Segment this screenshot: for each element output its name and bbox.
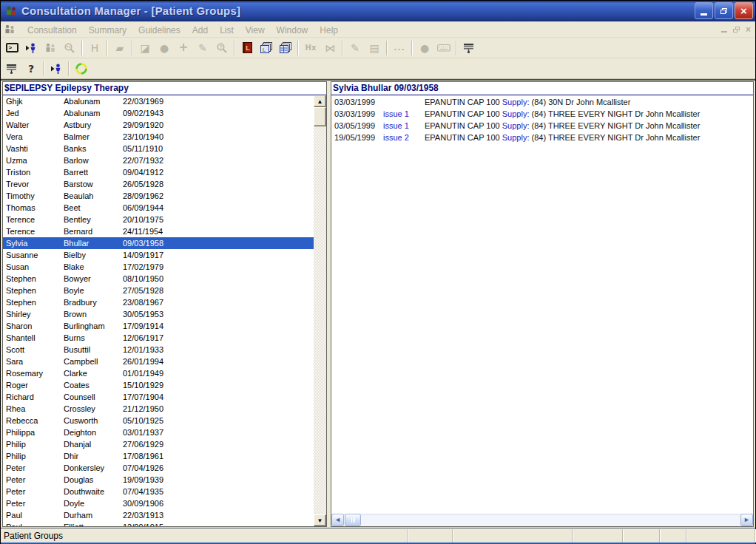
window-stack-l-icon[interactable]: L [257, 39, 276, 57]
titlebar[interactable]: Consultation Manager - [Patient Groups] … [1, 1, 755, 21]
patient-dob: 06/09/1944 [123, 203, 314, 212]
patient-row[interactable]: PhilipDhir17/08/1961 [3, 450, 314, 462]
patient-row[interactable]: PeterDonkersley07/04/1926 [3, 462, 314, 474]
patient-row[interactable]: UzmaBarlow22/07/1932 [3, 154, 314, 166]
patient-row[interactable]: WalterAstbury29/09/1920 [3, 119, 314, 131]
patient-row[interactable]: StephenBoyle27/05/1928 [3, 285, 314, 296]
patient-dob: 08/10/1950 [123, 274, 314, 283]
patient-row[interactable]: TimothyBeaulah28/09/1962 [3, 190, 314, 202]
patient-dob: 09/02/1943 [123, 109, 314, 118]
patient-row[interactable]: ShirleyBrown30/05/1953 [3, 308, 314, 320]
select-patient-icon[interactable] [47, 60, 66, 78]
patient-surname: Brown [64, 310, 123, 319]
patient-row[interactable]: RebeccaCusworth05/10/1925 [3, 415, 314, 426]
patient-row[interactable]: TerenceBentley20/10/1975 [3, 214, 314, 225]
patient-dob: 26/05/1928 [123, 180, 314, 188]
hscrollbar-thumb[interactable] [345, 514, 361, 526]
patient-row[interactable]: VeraBalmer23/10/1940 [3, 131, 314, 143]
menu-add[interactable]: Add [186, 24, 214, 37]
patient-surname: Doyle [64, 499, 123, 508]
patient-row[interactable]: PhilipDhanjal27/06/1929 [3, 438, 314, 450]
console-window-icon[interactable]: > [2, 39, 21, 57]
window-stack-grid-icon[interactable] [276, 39, 295, 57]
menu-help[interactable]: Help [314, 24, 344, 37]
patient-group-icon [41, 39, 60, 57]
menu-consultation[interactable]: Consultation [21, 24, 83, 37]
select-patient-icon [50, 63, 62, 75]
patient-row[interactable]: TerenceBernard24/11/1954 [3, 225, 314, 237]
scroll-up-icon[interactable]: ▲ [314, 95, 326, 107]
patient-row[interactable]: SusanneBielby14/09/1917 [3, 249, 314, 261]
patient-dob: 07/04/1935 [123, 487, 314, 496]
patient-surname: Bradbury [64, 298, 123, 307]
patient-row[interactable]: SusanBlake17/02/1979 [3, 261, 314, 273]
patient-row[interactable]: PeterDoyle30/09/1906 [3, 497, 314, 509]
patient-row[interactable]: GhjkAbalunam22/03/1969 [3, 95, 314, 107]
select-patient-icon[interactable] [21, 39, 41, 57]
refresh-ring-icon[interactable] [72, 60, 91, 78]
horizontal-scrollbar[interactable]: ◄ ► [331, 514, 753, 526]
help-question-icon[interactable]: ? [21, 60, 41, 78]
patient-row[interactable]: VashtiBanks05/11/1910 [3, 143, 314, 154]
red-book-icon[interactable]: L [237, 39, 257, 57]
menu-summary[interactable]: Summary [83, 24, 132, 37]
add-entry-icon: + [179, 42, 189, 53]
patient-row[interactable]: SharonBurlingham17/09/1914 [3, 320, 314, 332]
patient-first-name: Peter [3, 487, 64, 496]
history-hx-icon: Hx [306, 44, 317, 52]
patient-row[interactable]: PaulDurham22/03/1913 [3, 509, 314, 521]
patient-row[interactable]: PhilippaDeighton03/01/1937 [3, 426, 314, 438]
table-filter-icon[interactable] [459, 39, 479, 57]
patient-row[interactable]: ShantellBurns12/06/1917 [3, 332, 314, 344]
menu-list[interactable]: List [214, 24, 240, 37]
patient-row[interactable]: SaraCampbell26/01/1994 [3, 356, 314, 367]
search-query-icon: ? [212, 39, 232, 57]
patient-row[interactable]: SylviaBhullar09/03/1958 [3, 237, 314, 249]
menu-bar: ConsultationSummaryGuidelinesAddListView… [1, 21, 755, 38]
scroll-down-icon[interactable]: ▼ [314, 514, 326, 526]
patient-row[interactable]: TrevorBarstow26/05/1928 [3, 178, 314, 190]
status-panel [660, 529, 686, 543]
patient-row[interactable]: RosemaryClarke01/01/1949 [3, 367, 314, 379]
patient-row[interactable]: RheaCrossley21/12/1950 [3, 403, 314, 415]
medication-row[interactable]: 03/03/1999EPANUTIN CAP 100 Supply: (84) … [331, 96, 753, 108]
status-text: Patient Groups [1, 529, 408, 543]
patient-first-name: Stephen [3, 286, 64, 295]
menu-view[interactable]: View [240, 24, 271, 37]
restore-button[interactable] [715, 2, 733, 19]
patient-record-header: Sylvia Bhullar 09/03/1958 [331, 82, 753, 95]
patient-row[interactable]: StephenBradbury23/08/1967 [3, 296, 314, 308]
links-icon: ⋈ [320, 39, 340, 57]
menu-guidelines[interactable]: Guidelines [132, 24, 186, 37]
scrollbar-thumb[interactable] [314, 107, 326, 126]
patient-row[interactable]: PaulElliott12/09/1915 [3, 521, 314, 526]
scroll-right-icon[interactable]: ► [740, 514, 753, 526]
patient-row[interactable]: PeterDouglas19/09/1939 [3, 474, 314, 486]
patient-row[interactable]: PeterDouthwaite07/04/1935 [3, 486, 314, 497]
patient-row[interactable]: ScottBusuttil12/01/1933 [3, 344, 314, 356]
patient-row[interactable]: ThomasBeet06/09/1944 [3, 202, 314, 214]
main-area: $EPILEPSY Epilepsy Therapy GhjkAbalunam2… [1, 79, 755, 528]
medication-row[interactable]: 03/03/1999issue 1EPANUTIN CAP 100 Supply… [331, 108, 753, 120]
patient-row[interactable]: RichardCounsell17/07/1904 [3, 391, 314, 403]
menu-window[interactable]: Window [271, 24, 314, 37]
close-button[interactable]: × [735, 2, 753, 19]
patient-row[interactable]: StephenBowyer08/10/1950 [3, 273, 314, 285]
table-filter-icon[interactable] [2, 60, 21, 78]
patient-dob: 05/11/1910 [123, 144, 314, 153]
patient-surname: Barstow [64, 180, 123, 188]
vertical-scrollbar[interactable]: ▲ ▼ [314, 95, 326, 526]
minimize-button[interactable] [695, 2, 713, 19]
scroll-left-icon[interactable]: ◄ [331, 514, 344, 526]
patient-surname: Bernard [64, 227, 123, 236]
patient-row[interactable]: JedAbalunam09/02/1943 [3, 107, 314, 119]
medication-row[interactable]: 19/05/1999issue 2EPANUTIN CAP 100 Supply… [331, 132, 753, 143]
patient-first-name: Philippa [3, 428, 64, 437]
record-circle-icon: ● [420, 43, 429, 53]
scrollbar-track[interactable] [314, 126, 326, 514]
patient-row[interactable]: RogerCoates15/10/1929 [3, 379, 314, 391]
hscrollbar-track[interactable] [361, 514, 740, 526]
patient-surname: Elliott [64, 523, 123, 526]
medication-row[interactable]: 03/05/1999issue 1EPANUTIN CAP 100 Supply… [331, 120, 753, 132]
patient-row[interactable]: TristonBarrett09/04/1912 [3, 166, 314, 178]
